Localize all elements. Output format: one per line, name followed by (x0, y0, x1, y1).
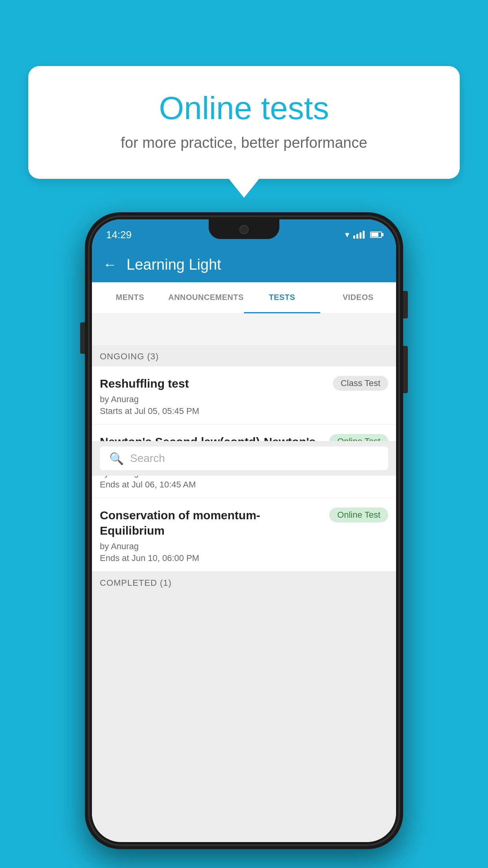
test-time: Ends at Jul 06, 10:45 AM (100, 480, 388, 490)
speech-bubble: Online tests for more practice, better p… (28, 66, 460, 179)
status-time: 14:29 (106, 229, 132, 241)
test-title: Conservation of momentum-Equilibrium (100, 508, 323, 538)
notch (209, 219, 279, 239)
tab-tests[interactable]: TESTS (244, 282, 320, 313)
phone-container: 14:29 ▾ ← Learning Light MEN (85, 212, 403, 849)
test-item-header: Conservation of momentum-Equilibrium Onl… (100, 508, 388, 538)
test-by: by Anurag (100, 541, 388, 552)
test-badge: Class Test (333, 376, 388, 391)
battery-icon (370, 232, 382, 238)
search-container: 🔍 Search (92, 441, 396, 476)
tab-ments[interactable]: MENTS (92, 282, 168, 313)
test-title: Reshuffling test (100, 376, 327, 391)
test-item-header: Reshuffling test Class Test (100, 376, 388, 391)
tab-bar: MENTS ANNOUNCEMENTS TESTS VIDEOS (92, 282, 396, 314)
phone-screen: 14:29 ▾ ← Learning Light MEN (92, 219, 396, 842)
speech-bubble-subtitle: for more practice, better performance (60, 134, 428, 151)
test-time: Ends at Jun 10, 06:00 PM (100, 553, 388, 563)
camera-icon (239, 225, 249, 234)
signal-icon (353, 231, 365, 239)
status-icons: ▾ (345, 230, 382, 240)
completed-section-header: COMPLETED (1) (92, 572, 396, 593)
tab-announcements[interactable]: ANNOUNCEMENTS (168, 282, 244, 313)
tab-videos[interactable]: VIDEOS (320, 282, 396, 313)
volume-up-button (403, 291, 408, 318)
search-placeholder-text: Search (130, 452, 165, 465)
back-button[interactable]: ← (103, 256, 117, 273)
test-item[interactable]: Conservation of momentum-Equilibrium Onl… (92, 498, 396, 572)
test-list: 🔍 Search ONGOING (3) Reshuffling test Cl… (92, 345, 396, 842)
speech-bubble-title: Online tests (60, 90, 428, 127)
volume-button (80, 322, 85, 354)
test-badge: Online Test (329, 508, 388, 522)
search-input[interactable]: 🔍 Search (100, 447, 388, 470)
app-bar: ← Learning Light (92, 247, 396, 282)
ongoing-section-header: ONGOING (3) (92, 345, 396, 366)
test-by: by Anurag (100, 394, 388, 405)
app-bar-title: Learning Light (127, 256, 221, 273)
test-time: Starts at Jul 05, 05:45 PM (100, 406, 388, 416)
search-icon: 🔍 (109, 452, 124, 465)
test-item[interactable]: Reshuffling test Class Test by Anurag St… (92, 366, 396, 425)
power-button (403, 346, 408, 393)
wifi-icon: ▾ (345, 230, 349, 240)
